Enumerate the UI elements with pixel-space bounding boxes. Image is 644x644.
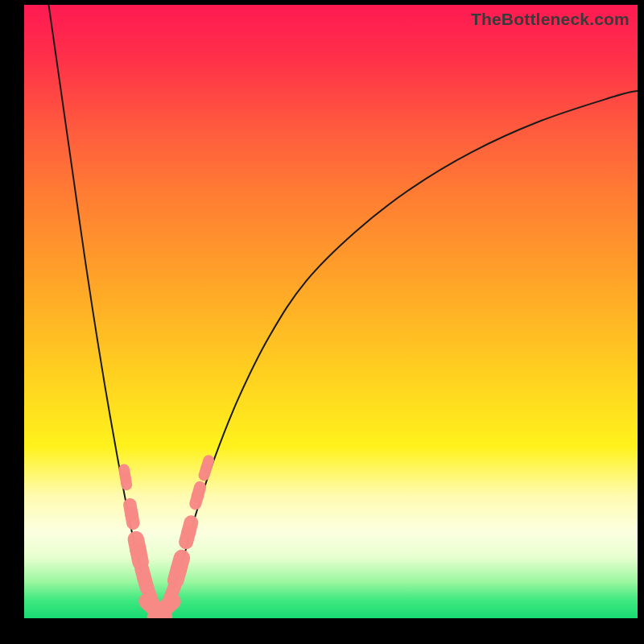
svg-point-5 [130,543,147,559]
scatter-dot [120,469,131,485]
scatter-dot [130,539,147,562]
svg-point-23 [200,462,212,473]
scatter-dot [171,558,188,580]
scatter-dot [125,505,138,523]
chart-svg [24,5,638,618]
scatter-dot [165,586,178,604]
svg-point-19 [181,525,196,539]
svg-point-15 [165,588,178,601]
scatter-dot [200,460,212,475]
plot-area: TheBottleneck.com [24,5,638,618]
scatter-dot [192,487,204,503]
svg-point-21 [192,489,204,502]
svg-point-3 [125,507,138,520]
dots-layer [120,460,212,617]
right-branch-curve [159,91,638,618]
svg-point-1 [120,472,131,483]
svg-point-17 [171,561,188,578]
scatter-dot [181,522,196,542]
chart-frame: TheBottleneck.com [0,0,644,644]
left-branch-curve [48,5,159,618]
